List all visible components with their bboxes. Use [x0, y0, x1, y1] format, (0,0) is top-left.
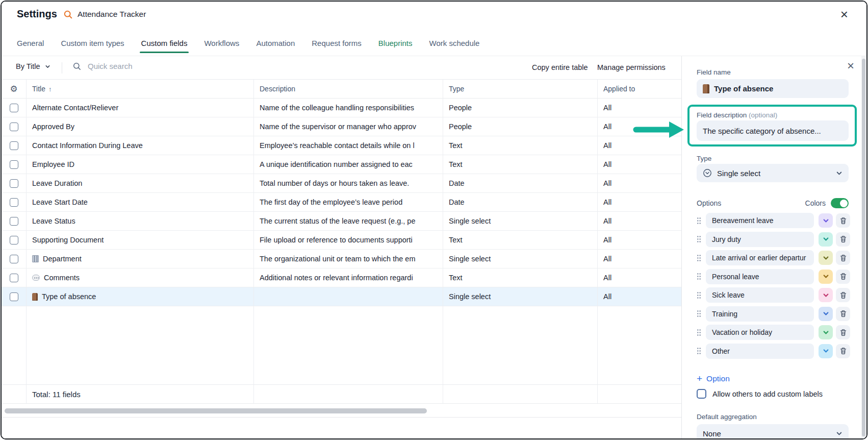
field-name-input[interactable]: Type of absence [697, 79, 849, 98]
tab-custom-fields[interactable]: Custom fields [141, 30, 188, 56]
default-aggregation-select[interactable]: None [697, 424, 849, 439]
row-checkbox[interactable] [10, 292, 18, 301]
table-header-row: ⚙ Title ↑ Description Type Applied to [2, 79, 681, 99]
row-checkbox[interactable] [10, 179, 18, 188]
table-row-leave-duration[interactable]: Leave Duration Total number of days or h… [2, 174, 681, 193]
allow-custom-labels-checkbox[interactable] [697, 389, 706, 399]
option-label-input[interactable]: Sick leave [706, 287, 814, 303]
column-header-description[interactable]: Description [253, 80, 443, 98]
option-color-button[interactable] [819, 325, 833, 339]
settings-window: Settings Attendance Tracker × GeneralCus… [1, 1, 867, 439]
drag-handle-icon[interactable] [697, 235, 701, 243]
row-checkbox[interactable] [10, 104, 18, 112]
option-label-input[interactable]: Training [706, 306, 814, 322]
table-row-contact-information-during-leave[interactable]: Contact Information During Leave Employe… [2, 136, 681, 155]
column-header-title[interactable]: Title ↑ [26, 80, 253, 98]
row-checkbox[interactable] [10, 141, 18, 150]
option-delete-button[interactable] [836, 232, 850, 247]
column-header-type[interactable]: Type [443, 80, 597, 98]
drag-handle-icon[interactable] [697, 217, 701, 225]
cell-title: Leave Start Date [32, 198, 88, 206]
colors-label: Colors [805, 199, 826, 207]
drag-handle-icon[interactable] [697, 273, 701, 280]
plus-icon: + [697, 374, 702, 383]
option-label-input[interactable]: Bereavement leave [706, 213, 814, 228]
field-description-label: Field description (optional) [697, 111, 777, 119]
tab-general[interactable]: General [17, 30, 44, 56]
option-label-input[interactable]: Vacation or holiday [706, 325, 814, 340]
option-color-button[interactable] [819, 344, 833, 358]
horizontal-scrollbar-thumb[interactable] [5, 408, 427, 413]
cell-type: Text [449, 236, 463, 244]
tab-request-forms[interactable]: Request forms [312, 30, 362, 56]
option-label-input[interactable]: Jury duty [706, 232, 814, 247]
cell-title: Department [43, 255, 82, 263]
quick-search-input[interactable]: Quick search [73, 62, 133, 70]
panel-scrollbar[interactable] [861, 56, 866, 438]
option-label-input[interactable]: Personal leave [706, 269, 814, 284]
row-checkbox[interactable] [10, 255, 18, 263]
window-close-button[interactable]: × [837, 6, 851, 23]
option-delete-button[interactable] [836, 251, 850, 265]
table-row-comments[interactable]: Comments Additional notes or relevant in… [2, 268, 681, 287]
option-color-button[interactable] [819, 288, 833, 302]
cell-applied-to: All [603, 179, 611, 187]
option-color-button[interactable] [819, 232, 833, 247]
tab-automation[interactable]: Automation [256, 30, 295, 56]
panel-close-button[interactable]: × [844, 58, 857, 74]
row-checkbox[interactable] [10, 274, 18, 282]
table-row-employee-id[interactable]: Employee ID A unique identification numb… [2, 155, 681, 174]
option-delete-button[interactable] [836, 325, 850, 339]
door-icon [703, 84, 709, 93]
drag-handle-icon[interactable] [697, 254, 701, 262]
option-color-button[interactable] [819, 213, 833, 228]
option-delete-button[interactable] [836, 288, 850, 302]
row-checkbox[interactable] [10, 198, 18, 207]
cell-type: Date [449, 179, 465, 187]
manage-permissions-button[interactable]: Manage permissions [597, 63, 666, 71]
row-checkbox[interactable] [10, 123, 18, 131]
cell-type: Text [449, 274, 463, 282]
add-option-button[interactable]: + Option [697, 374, 730, 383]
copy-entire-table-button[interactable]: Copy entire table [532, 63, 588, 71]
option-color-button[interactable] [819, 251, 833, 265]
option-label-input[interactable]: Late arrival or earlier departur [706, 250, 814, 265]
option-delete-button[interactable] [836, 270, 850, 284]
drag-handle-icon[interactable] [697, 291, 701, 299]
cell-applied-to: All [603, 123, 611, 131]
option-color-button[interactable] [819, 307, 833, 321]
drag-handle-icon[interactable] [697, 347, 701, 355]
row-checkbox[interactable] [10, 236, 18, 245]
column-header-applied-to[interactable]: Applied to [597, 80, 681, 98]
option-label-input[interactable]: Other [706, 344, 814, 359]
tab-work-schedule[interactable]: Work schedule [429, 30, 480, 56]
column-settings-gear-icon[interactable]: ⚙ [10, 85, 17, 93]
option-delete-button[interactable] [836, 344, 850, 358]
cell-description: Name of the colleague handling responsib… [260, 104, 414, 112]
row-checkbox[interactable] [10, 217, 18, 226]
tab-custom-item-types[interactable]: Custom item types [61, 30, 124, 56]
table-row-alternate-contact-reliever[interactable]: Alternate Contact/Reliever Name of the c… [2, 99, 681, 117]
option-row-sick-leave: Sick leave [697, 287, 850, 303]
table-row-leave-status[interactable]: Leave Status The current status of the l… [2, 212, 681, 231]
table-row-approved-by[interactable]: Approved By Name of the supervisor or ma… [2, 117, 681, 136]
panel-scrollbar-thumb[interactable] [862, 59, 865, 436]
table-row-department[interactable]: Department The organizational unit or te… [2, 250, 681, 268]
tab-blueprints[interactable]: Blueprints [378, 30, 413, 56]
table-row-supporting-document[interactable]: Supporting Document File upload or refer… [2, 231, 681, 250]
drag-handle-icon[interactable] [697, 329, 701, 336]
tab-workflows[interactable]: Workflows [204, 30, 239, 56]
field-description-input[interactable]: The specific category of absence... [697, 120, 849, 141]
table-row-type-of-absence[interactable]: Type of absence Single select All [2, 287, 681, 306]
colors-toggle[interactable] [831, 198, 849, 208]
cell-description: Name of the supervisor or manager who ap… [260, 123, 416, 131]
option-delete-button[interactable] [836, 213, 850, 228]
option-delete-button[interactable] [836, 307, 850, 321]
row-checkbox[interactable] [10, 160, 18, 169]
option-color-button[interactable] [819, 270, 833, 284]
horizontal-scrollbar[interactable] [2, 405, 681, 416]
sort-by-dropdown[interactable]: By Title [16, 62, 50, 70]
type-select[interactable]: Single select [697, 164, 849, 182]
drag-handle-icon[interactable] [697, 310, 701, 317]
table-row-leave-start-date[interactable]: Leave Start Date The first day of the em… [2, 193, 681, 212]
